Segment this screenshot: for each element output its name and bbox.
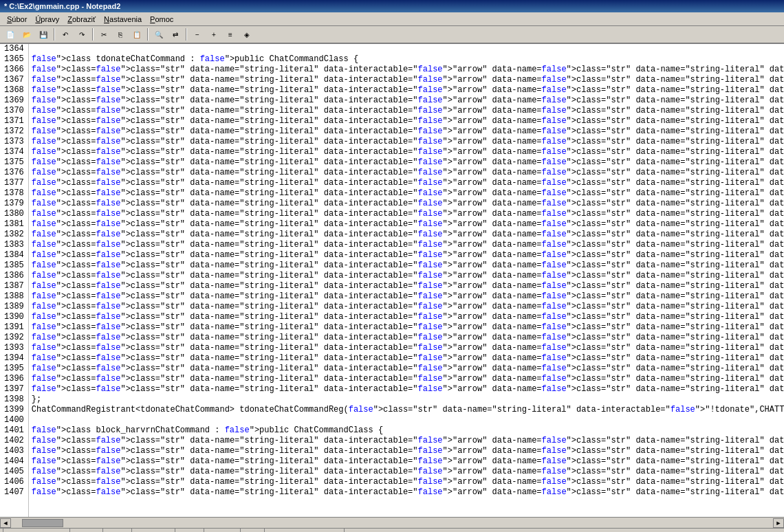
code-line: [32, 415, 784, 425]
toolbar-find[interactable]: 🔍: [151, 27, 166, 41]
code-line: false">class=false">class="str" data-nam…: [32, 250, 784, 261]
keyword: false: [542, 312, 567, 322]
menu-pomoc[interactable]: Pomoc: [146, 14, 177, 24]
scroll-left-btn[interactable]: ◄: [0, 518, 11, 528]
toolbar-redo[interactable]: ↷: [74, 27, 89, 41]
keyword: false: [32, 126, 56, 137]
keyword: false: [542, 188, 567, 199]
menu-subor[interactable]: Súbor: [3, 14, 31, 24]
toolbar-zoom-out[interactable]: −: [190, 27, 205, 41]
code-line: false">class=false">class="str" data-nam…: [32, 240, 784, 250]
code-line: false">class=false">class="str" data-nam…: [32, 168, 784, 178]
toolbar-zoom-in[interactable]: +: [206, 27, 221, 41]
keyword: false: [32, 281, 56, 291]
keyword: false: [418, 106, 443, 116]
code-line: false">class tdonateChatCommand : false"…: [32, 54, 784, 65]
keyword: false: [418, 322, 443, 333]
line-number: 1383: [4, 240, 24, 250]
code-line: false">class=false">class="str" data-nam…: [32, 261, 784, 271]
code-area[interactable]: 1364136513661367136813691370137113721373…: [0, 44, 784, 517]
line-number: 1380: [4, 209, 24, 219]
line-number: 1385: [4, 261, 24, 271]
keyword: false: [542, 477, 567, 487]
keyword: false: [418, 126, 443, 137]
keyword: false: [542, 230, 567, 240]
keyword: false: [96, 291, 120, 302]
toolbar-sep-4: [186, 28, 187, 41]
keyword: false: [542, 157, 567, 168]
keyword: false: [671, 405, 695, 415]
toolbar-undo[interactable]: ↶: [58, 27, 73, 41]
line-number: 1398: [4, 395, 24, 405]
keyword: false: [32, 312, 56, 322]
keyword: false: [418, 240, 443, 250]
code-line: false">class=false">class="str" data-nam…: [32, 116, 784, 126]
keyword: false: [32, 199, 56, 209]
menu-zobrazit[interactable]: Zobraziť: [63, 14, 100, 24]
keyword: false: [32, 333, 56, 343]
toolbar-new[interactable]: 📄: [3, 27, 18, 41]
menu-nastavenia[interactable]: Nastavenia: [100, 14, 146, 24]
keyword: false: [32, 467, 56, 477]
line-number: 1373: [4, 137, 24, 147]
scroll-right-btn[interactable]: ►: [773, 518, 784, 528]
toolbar-extra2[interactable]: ◈: [239, 27, 254, 41]
horizontal-scrollbar[interactable]: ◄ ►: [0, 517, 784, 528]
code-line: false">class=false">class="str" data-nam…: [32, 178, 784, 188]
keyword: false: [32, 250, 56, 261]
line-number: 1371: [4, 116, 24, 126]
keyword: false: [418, 188, 443, 199]
keyword: false: [542, 467, 567, 477]
code-line: false">class=false">class="str" data-nam…: [32, 384, 784, 395]
code-line: false">class=false">class="str" data-nam…: [32, 219, 784, 230]
keyword: false: [542, 353, 567, 364]
keyword: false: [96, 230, 120, 240]
keyword: false: [542, 126, 567, 137]
keyword: false: [96, 477, 120, 487]
toolbar-save[interactable]: 💾: [36, 27, 51, 41]
keyword: false: [96, 302, 120, 312]
toolbar-extra1[interactable]: ≡: [223, 27, 238, 41]
scrollbar-track[interactable]: [22, 519, 762, 527]
keyword: false: [542, 364, 567, 374]
keyword: false: [32, 271, 56, 281]
keyword: false: [349, 405, 373, 415]
keyword: false: [542, 137, 567, 147]
keyword: false: [542, 75, 567, 85]
menu-upravy[interactable]: Úpravy: [31, 14, 63, 24]
toolbar-open[interactable]: 📂: [19, 27, 34, 41]
line-number: 1394: [4, 353, 24, 364]
keyword: false: [542, 85, 567, 96]
scrollbar-thumb[interactable]: [22, 519, 63, 527]
keyword: false: [32, 137, 56, 147]
keyword: false: [32, 75, 56, 85]
keyword: false: [96, 374, 120, 384]
line-number: 1379: [4, 199, 24, 209]
toolbar-replace[interactable]: ⇄: [168, 27, 183, 41]
keyword: false: [542, 65, 567, 75]
keyword: false: [418, 353, 443, 364]
keyword: false: [418, 230, 443, 240]
toolbar-cut[interactable]: ✂: [96, 27, 111, 41]
code-line: false">class=false">class="str" data-nam…: [32, 333, 784, 343]
status-ins: INS: [241, 529, 265, 532]
status-ln: Ln 1 386 : 1 459: [3, 529, 70, 532]
code-line: false">class=false">class="str" data-nam…: [32, 126, 784, 137]
line-number: 1403: [4, 446, 24, 456]
code-content[interactable]: false">class tdonateChatCommand : false"…: [29, 44, 784, 517]
line-number: 1384: [4, 250, 24, 261]
toolbar-paste[interactable]: 📋: [129, 27, 144, 41]
code-line: false">class=false">class="str" data-nam…: [32, 188, 784, 199]
keyword: false: [418, 157, 443, 168]
keyword: false: [542, 178, 567, 188]
code-line: };: [32, 395, 784, 405]
toolbar-copy[interactable]: ⎘: [113, 27, 128, 41]
keyword: false: [32, 436, 56, 446]
keyword: false: [96, 281, 120, 291]
toolbar-sep-3: [147, 28, 149, 41]
keyword: false: [96, 353, 120, 364]
title-bar: * C:\Ex2\gmmain.cpp - Notepad2: [0, 0, 784, 12]
keyword: false: [32, 219, 56, 230]
keyword: false: [96, 261, 120, 271]
line-number: 1397: [4, 384, 24, 395]
